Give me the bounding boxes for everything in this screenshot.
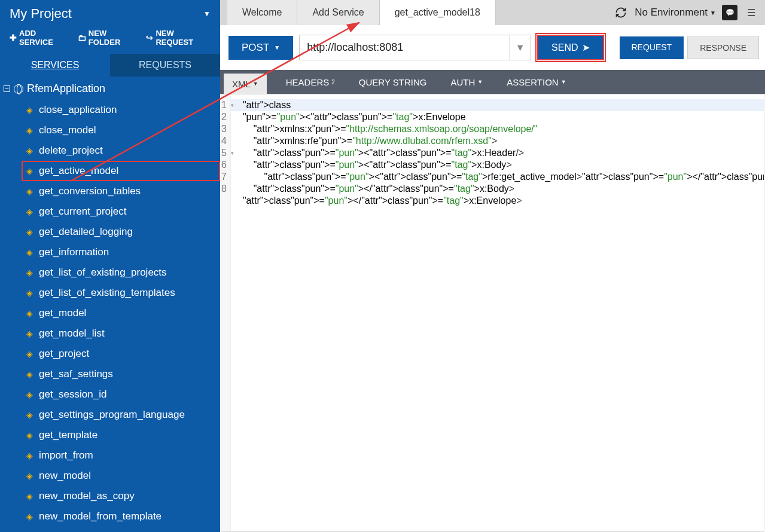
request-row: POST▼ ▼ SEND➤ REQUEST RESPONSE xyxy=(220,25,765,66)
request-tab[interactable]: REQUEST xyxy=(620,36,684,59)
operation-get_detailed_logging[interactable]: ◈get_detailed_logging xyxy=(22,222,220,242)
collapse-icon[interactable]: − xyxy=(4,85,10,92)
layers-icon: ◈ xyxy=(26,491,33,501)
operation-label: get_model_list xyxy=(39,328,105,340)
operation-get_template[interactable]: ◈get_template xyxy=(22,425,220,445)
xml-editor[interactable]: 12345678 "attr">class"pun">="pun"><"attr… xyxy=(221,94,764,532)
operation-new_model[interactable]: ◈new_model xyxy=(22,466,220,486)
tab-requests[interactable]: REQUESTS xyxy=(110,54,220,77)
chat-icon[interactable]: 💬 xyxy=(722,5,737,20)
operation-label: get_model xyxy=(39,307,86,319)
operation-delete_project[interactable]: ◈delete_project xyxy=(22,140,220,161)
operation-get_conversion_tables[interactable]: ◈get_conversion_tables xyxy=(22,181,220,201)
operation-get_list_of_existing_templates[interactable]: ◈get_list_of_existing_templates xyxy=(22,283,220,303)
layers-icon: ◈ xyxy=(26,369,33,379)
send-icon: ➤ xyxy=(582,42,590,53)
environment-selector[interactable]: No Environment▼ xyxy=(635,7,716,19)
line-gutter: 12345678 xyxy=(221,94,231,531)
operation-get_information[interactable]: ◈get_information xyxy=(22,242,220,262)
subtab-headers[interactable]: HEADERS2 xyxy=(281,70,340,94)
operation-new_model_from_template[interactable]: ◈new_model_from_template xyxy=(22,506,220,527)
chevron-down-icon: ▼ xyxy=(710,10,716,16)
operation-label: close_model xyxy=(39,124,96,136)
method-selector[interactable]: POST▼ xyxy=(228,36,293,60)
operation-label: get_detailed_logging xyxy=(39,226,133,238)
refresh-icon[interactable] xyxy=(613,5,629,20)
response-tab[interactable]: RESPONSE xyxy=(687,36,759,59)
code-content[interactable]: "attr">class"pun">="pun"><"attr">class"p… xyxy=(231,94,764,531)
operation-label: get_conversion_tables xyxy=(39,185,141,197)
layers-icon: ◈ xyxy=(26,166,33,176)
top-tab[interactable]: Welcome xyxy=(227,0,297,25)
globe-icon xyxy=(14,84,23,94)
operation-label: new_model xyxy=(39,470,91,482)
operation-get_current_project[interactable]: ◈get_current_project xyxy=(22,201,220,222)
service-node[interactable]: − RfemApplication xyxy=(0,80,220,97)
layers-icon: ◈ xyxy=(26,247,33,257)
operation-get_settings_program_language[interactable]: ◈get_settings_program_language xyxy=(22,405,220,425)
layers-icon: ◈ xyxy=(26,105,33,115)
operation-import_from[interactable]: ◈import_from xyxy=(22,445,220,466)
layers-icon: ◈ xyxy=(26,471,33,481)
menu-icon[interactable]: ☰ xyxy=(743,5,759,20)
top-tab-bar: WelcomeAdd Serviceget_active_model18 No … xyxy=(220,0,765,25)
project-actions: ✚ADD SERVICE 🗀NEW FOLDER ↪NEW REQUEST xyxy=(0,26,220,54)
request-response-tabs: REQUEST RESPONSE xyxy=(620,36,760,59)
operation-label: new_model_as_copy xyxy=(39,490,135,502)
project-header[interactable]: My Project ▼ xyxy=(0,0,220,26)
chevron-down-icon: ▼ xyxy=(477,79,483,85)
operation-get_model_list[interactable]: ◈get_model_list xyxy=(22,323,220,344)
layers-icon: ◈ xyxy=(26,329,33,338)
body-subtabs: XML ▼ HEADERS2 QUERY STRING AUTH ▼ ASSER… xyxy=(220,70,765,94)
operation-label: get_project xyxy=(39,348,89,360)
send-button[interactable]: SEND➤ xyxy=(537,35,604,60)
operation-label: get_template xyxy=(39,429,97,441)
chevron-down-icon: ▼ xyxy=(203,10,211,18)
layers-icon: ◈ xyxy=(26,451,33,460)
operation-get_project[interactable]: ◈get_project xyxy=(22,344,220,364)
operation-new_model_as_copy[interactable]: ◈new_model_as_copy xyxy=(22,486,220,506)
operation-label: get_session_id xyxy=(39,389,106,400)
operation-list: ◈close_application◈close_model◈delete_pr… xyxy=(0,97,220,527)
operation-label: get_information xyxy=(39,246,109,258)
main-panel: WelcomeAdd Serviceget_active_model18 No … xyxy=(220,0,765,532)
operation-get_session_id[interactable]: ◈get_session_id xyxy=(22,384,220,405)
top-tab[interactable]: Add Service xyxy=(297,0,379,25)
tab-services[interactable]: SERVICES xyxy=(0,54,110,77)
layers-icon: ◈ xyxy=(26,288,33,298)
sidebar-tabs: SERVICES REQUESTS xyxy=(0,54,220,77)
operation-label: import_from xyxy=(39,450,93,461)
operation-close_model[interactable]: ◈close_model xyxy=(22,120,220,140)
url-input[interactable] xyxy=(300,35,509,60)
layers-icon: ◈ xyxy=(26,308,33,318)
operation-close_application[interactable]: ◈close_application xyxy=(22,100,220,120)
add-service-button[interactable]: ✚ADD SERVICE xyxy=(10,29,69,47)
operation-get_model[interactable]: ◈get_model xyxy=(22,303,220,323)
new-request-button[interactable]: ↪NEW REQUEST xyxy=(146,29,211,47)
sidebar: My Project ▼ ✚ADD SERVICE 🗀NEW FOLDER ↪N… xyxy=(0,0,220,532)
layers-icon: ◈ xyxy=(26,430,33,440)
folder-plus-icon: 🗀 xyxy=(78,33,86,42)
operation-label: get_current_project xyxy=(39,206,126,218)
top-tab[interactable]: get_active_model18 xyxy=(380,0,496,25)
chevron-down-icon: ▼ xyxy=(253,81,258,87)
operation-get_saf_settings[interactable]: ◈get_saf_settings xyxy=(22,364,220,384)
layers-icon: ◈ xyxy=(26,268,33,277)
url-history-dropdown[interactable]: ▼ xyxy=(509,35,531,60)
operation-label: close_application xyxy=(39,104,117,116)
operation-label: delete_project xyxy=(39,145,103,157)
layers-icon: ◈ xyxy=(26,126,33,135)
subtab-xml[interactable]: XML ▼ xyxy=(224,74,267,94)
operation-get_list_of_existing_projects[interactable]: ◈get_list_of_existing_projects xyxy=(22,262,220,283)
operation-label: get_active_model xyxy=(39,165,118,177)
subtab-auth[interactable]: AUTH ▼ xyxy=(446,70,488,94)
operation-label: get_list_of_existing_projects xyxy=(39,267,167,279)
arrow-out-icon: ↪ xyxy=(146,33,153,42)
layers-icon: ◈ xyxy=(26,227,33,237)
layers-icon: ◈ xyxy=(26,186,33,196)
new-folder-button[interactable]: 🗀NEW FOLDER xyxy=(78,29,138,47)
operation-get_active_model[interactable]: ◈get_active_model xyxy=(22,161,220,181)
operation-label: get_saf_settings xyxy=(39,368,113,380)
subtab-assertion[interactable]: ASSERTION ▼ xyxy=(502,70,571,94)
subtab-query[interactable]: QUERY STRING xyxy=(354,70,432,94)
